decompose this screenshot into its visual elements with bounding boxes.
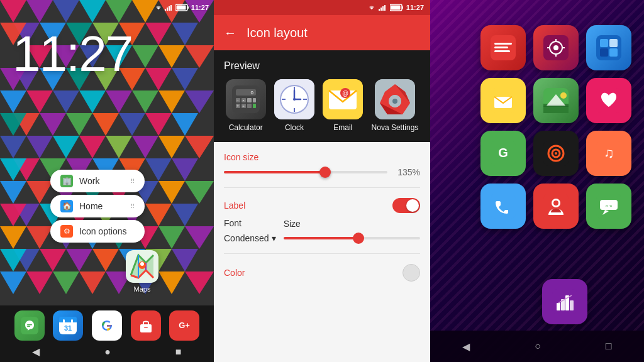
right-app-8[interactable] [533,131,579,176]
right-app-2-icon [543,35,569,60]
preview-icons: 0 − × + = Calculator [224,79,420,132]
svg-marker-47 [119,113,145,136]
svg-rect-134 [380,8,382,11]
svg-rect-207 [491,194,516,219]
email-preview-icon: @ [323,79,363,119]
svg-point-117 [140,262,144,266]
right-app-11[interactable] [533,184,579,229]
font-label: Font [224,218,276,228]
svg-marker-58 [0,136,26,158]
svg-marker-49 [172,113,198,136]
dock-app-calendar[interactable]: 31 [53,310,83,341]
svg-marker-36 [53,90,79,113]
svg-rect-125 [63,319,65,323]
svg-marker-32 [145,68,172,90]
dock-app-gplus[interactable]: G+ [169,310,199,341]
home-label: Home [79,201,124,211]
svg-rect-150 [253,104,256,108]
svg-marker-89 [185,226,214,249]
svg-marker-53 [79,136,106,158]
svg-point-181 [553,45,558,50]
svg-marker-99 [26,272,53,294]
right-nav-recents[interactable]: □ [606,341,612,352]
svg-marker-38 [106,90,132,113]
svg-rect-189 [600,48,608,57]
left-clock: 11:27 [13,25,132,83]
font-row: Font Condensed ▾ Size [224,218,420,243]
dock-app-bag[interactable] [131,310,161,341]
right-app-6-icon [596,88,621,113]
size-track[interactable] [284,237,420,239]
svg-text:♫: ♫ [604,145,614,161]
hangouts-icon [21,317,38,334]
size-thumb[interactable] [353,233,364,244]
nav-recents[interactable]: ■ [175,346,182,358]
font-value: Condensed [224,233,269,243]
mid-status-time: 11:27 [406,4,424,11]
right-bottom-app[interactable] [542,279,587,324]
right-panel: G ♫ [430,0,644,362]
clock-svg [274,79,314,119]
right-app-2[interactable] [533,25,579,70]
dock-app-google[interactable] [92,310,122,341]
icon-size-thumb[interactable] [319,167,331,178]
svg-marker-33 [172,68,198,90]
right-app-7[interactable]: G [480,131,526,176]
svg-rect-110 [170,5,172,11]
nav-home[interactable]: ● [104,346,111,358]
svg-marker-18 [172,23,198,45]
right-app-6[interactable] [586,78,631,123]
right-app-10[interactable] [480,184,526,229]
email-svg: @ [323,79,363,119]
svg-marker-56 [158,136,185,158]
icon-size-track[interactable] [224,171,387,173]
right-app-5-icon [543,88,569,113]
right-app-4[interactable] [480,78,526,123]
color-setting: Color [224,264,420,282]
nav-back[interactable]: ◀ [32,346,40,358]
svg-rect-187 [600,39,608,47]
svg-text:+: + [236,104,239,108]
right-app-9[interactable]: ♫ [586,131,631,176]
svg-point-163 [293,98,296,101]
menu-item-icon-options[interactable]: ⚙ Icon options [50,220,145,243]
maps-app[interactable]: Maps [126,250,158,293]
svg-marker-46 [92,113,119,136]
svg-rect-178 [494,50,510,52]
right-nav-back[interactable]: ◀ [462,341,470,353]
svg-rect-120 [27,326,30,327]
back-button[interactable]: ← [224,26,236,40]
svg-rect-190 [609,48,618,57]
right-app-1[interactable] [480,25,526,70]
right-nav-home[interactable]: ○ [535,341,541,352]
right-app-5[interactable] [533,78,579,123]
svg-rect-136 [384,5,386,11]
svg-marker-105 [185,272,214,294]
status-time: 11:27 [191,4,209,11]
label-toggle[interactable] [392,198,420,213]
svg-rect-188 [609,39,618,47]
svg-rect-215 [557,303,560,310]
svg-rect-176 [494,43,512,45]
divider-2 [224,253,420,254]
right-app-3[interactable] [586,25,631,70]
svg-text:G: G [498,146,508,160]
dock-app-hangouts[interactable] [14,310,45,341]
icon-size-setting: Icon size 135% [224,152,420,177]
svg-marker-64 [145,158,172,181]
menu-item-work[interactable]: 🏢 Work ⠿ [50,170,145,192]
font-select[interactable]: Condensed ▾ [224,233,276,243]
right-app-12-icon: » « [596,194,621,219]
header-title: Icon layout [247,26,308,40]
svg-marker-73 [185,181,214,204]
svg-text:G+: G+ [179,321,190,330]
maps-icon [126,250,158,283]
svg-rect-129 [140,324,152,332]
right-app-12[interactable]: » « [586,184,631,229]
svg-marker-48 [145,113,172,136]
menu-item-home[interactable]: 🏠 Home ⠿ [50,195,145,217]
middle-status-bar: 11:27 [214,0,430,15]
color-picker[interactable] [402,264,420,282]
svg-marker-74 [0,181,26,204]
left-dock: 31 [0,305,214,362]
